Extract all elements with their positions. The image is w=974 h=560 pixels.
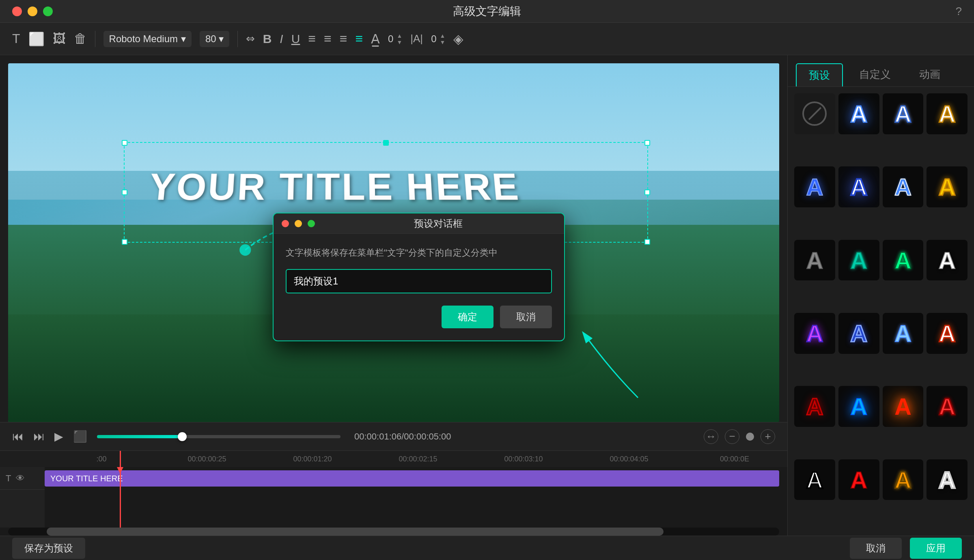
- progress-fill: [97, 435, 182, 438]
- track-text-icon[interactable]: T: [6, 473, 11, 484]
- timeline-scrollbar[interactable]: [8, 528, 779, 536]
- preset-letter: A: [850, 247, 867, 274]
- preset-item[interactable]: A: [927, 93, 968, 134]
- preset-item[interactable]: A: [927, 459, 968, 500]
- preset-item[interactable]: A: [927, 240, 968, 281]
- effects-icon[interactable]: ◈: [453, 31, 463, 47]
- preset-item[interactable]: A: [794, 166, 835, 207]
- preset-item[interactable]: A: [838, 313, 879, 354]
- frame-back-icon[interactable]: ⏭: [33, 430, 45, 443]
- dialog-close-button[interactable]: [282, 220, 289, 227]
- preset-item[interactable]: A: [883, 240, 924, 281]
- dialog-minimize-button[interactable]: [295, 220, 302, 227]
- line-height-value[interactable]: 0: [431, 33, 436, 45]
- preset-item[interactable]: A: [883, 166, 924, 207]
- handle-top-right[interactable]: [644, 140, 650, 146]
- preset-item[interactable]: A: [794, 240, 835, 281]
- track-content[interactable]: YOUR TITLE HERE: [45, 467, 787, 528]
- preset-item[interactable]: A: [883, 313, 924, 354]
- playhead-indicator: [120, 451, 121, 467]
- line-height-icon[interactable]: |A|: [410, 32, 423, 45]
- tab-custom[interactable]: 自定义: [847, 63, 903, 86]
- preset-item[interactable]: A: [927, 166, 968, 207]
- dialog-title: 预设对话框: [321, 217, 556, 230]
- font-size-selector[interactable]: 80 ▾: [200, 31, 229, 47]
- play-icon[interactable]: ▶: [54, 430, 63, 443]
- bottom-bar: 保存为预设 取消 应用: [0, 536, 974, 560]
- handle-top-left[interactable]: [122, 140, 127, 146]
- track-clip[interactable]: YOUR TITLE HERE: [45, 470, 779, 487]
- skip-back-icon[interactable]: ⏮: [12, 430, 24, 443]
- no-preset-icon: [802, 101, 827, 126]
- dialog-titlebar: 预设对话框: [274, 213, 564, 234]
- preset-item[interactable]: A: [794, 386, 835, 427]
- line-height-stepper[interactable]: ▲ ▼: [440, 33, 445, 45]
- tab-presets[interactable]: 预设: [796, 63, 843, 86]
- preset-item[interactable]: A: [927, 386, 968, 427]
- handle-bottom-right[interactable]: [644, 239, 650, 245]
- preset-item[interactable]: [794, 93, 835, 134]
- cancel-button[interactable]: 取消: [850, 538, 902, 559]
- handle-left-mid[interactable]: [122, 190, 127, 195]
- loop-icon[interactable]: ↔: [704, 429, 718, 444]
- minimize-button[interactable]: [28, 6, 37, 16]
- preset-item[interactable]: A: [794, 459, 835, 500]
- preset-name-input[interactable]: [286, 269, 552, 293]
- delete-icon[interactable]: 🗑: [74, 31, 87, 46]
- preset-letter: A: [850, 466, 867, 493]
- progress-bar[interactable]: [97, 435, 340, 438]
- track-eye-icon[interactable]: 👁: [16, 473, 25, 484]
- preset-item[interactable]: A: [883, 386, 924, 427]
- progress-thumb[interactable]: [178, 432, 187, 441]
- dialog-maximize-button[interactable]: [308, 220, 315, 227]
- preset-letter: A: [850, 393, 867, 420]
- align-justify-button[interactable]: ≡: [355, 31, 363, 46]
- italic-button[interactable]: I: [280, 32, 283, 46]
- align-center-button[interactable]: ≡: [324, 31, 332, 46]
- scrollbar-thumb[interactable]: [47, 528, 664, 536]
- apply-button[interactable]: 应用: [910, 538, 962, 559]
- help-icon[interactable]: ?: [955, 5, 962, 18]
- align-left-button[interactable]: ≡: [308, 31, 316, 46]
- preset-item[interactable]: A: [927, 313, 968, 354]
- window-controls: [12, 6, 53, 16]
- handle-top-mid[interactable]: [383, 140, 389, 146]
- tracking-value[interactable]: 0: [388, 33, 393, 45]
- stop-icon[interactable]: ⬛: [73, 430, 87, 443]
- preset-item[interactable]: A: [838, 166, 879, 207]
- preset-letter: A: [806, 173, 823, 200]
- preset-item[interactable]: A: [883, 93, 924, 134]
- preset-item[interactable]: A: [838, 459, 879, 500]
- maximize-button[interactable]: [43, 6, 53, 16]
- image-icon[interactable]: 🖼: [53, 31, 66, 46]
- preset-item[interactable]: A: [883, 459, 924, 500]
- ruler-mark-0: :00: [49, 455, 154, 463]
- dialog-confirm-button[interactable]: 确定: [442, 306, 493, 328]
- save-preset-button[interactable]: 保存为预设: [12, 538, 85, 559]
- preset-item[interactable]: A: [838, 240, 879, 281]
- text-spacing-icon[interactable]: ⇔: [246, 32, 255, 45]
- preset-letter: A: [806, 466, 823, 493]
- zoom-out-icon[interactable]: −: [725, 429, 739, 444]
- tab-animation[interactable]: 动画: [907, 63, 952, 86]
- fit-icon[interactable]: [746, 433, 754, 441]
- transform-icon[interactable]: ⬜: [28, 31, 45, 47]
- text-color-icon[interactable]: A̲: [371, 31, 380, 47]
- handle-bottom-left[interactable]: [122, 239, 127, 245]
- zoom-in-icon[interactable]: +: [761, 429, 775, 444]
- underline-button[interactable]: U: [291, 32, 300, 46]
- ruler-mark-4: 00:00:03:10: [471, 455, 576, 463]
- font-family-selector[interactable]: Roboto Medium ▾: [103, 31, 192, 47]
- preset-item[interactable]: A: [838, 386, 879, 427]
- handle-right-mid[interactable]: [644, 190, 650, 195]
- close-button[interactable]: [12, 6, 22, 16]
- timeline-ruler: :00 00:00:00:25 00:00:01:20 00:00:02:15 …: [0, 451, 787, 467]
- tracking-stepper[interactable]: ▲ ▼: [396, 33, 402, 45]
- preset-item[interactable]: A: [794, 313, 835, 354]
- bold-button[interactable]: B: [263, 32, 272, 46]
- preset-item[interactable]: A: [838, 93, 879, 134]
- text-tool-icon[interactable]: T: [12, 31, 20, 46]
- align-right-button[interactable]: ≡: [340, 31, 347, 46]
- toolbar-separator-2: [237, 31, 238, 47]
- dialog-cancel-button[interactable]: 取消: [500, 306, 552, 328]
